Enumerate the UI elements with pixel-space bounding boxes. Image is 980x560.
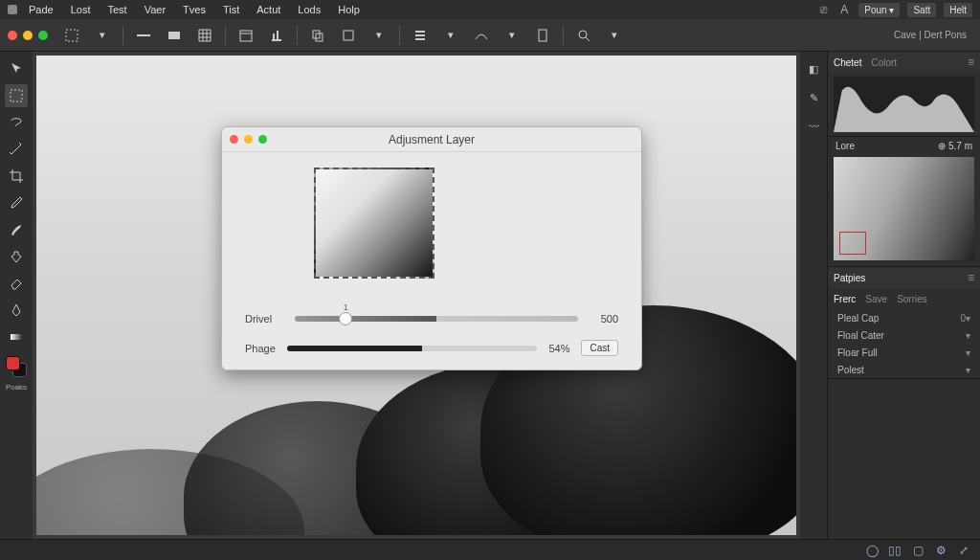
properties-subtab[interactable]: Sorries bbox=[897, 294, 927, 304]
svg-rect-3 bbox=[240, 31, 252, 41]
panel-menu-icon[interactable]: ≡ bbox=[968, 271, 974, 284]
phage-progress bbox=[287, 346, 538, 351]
status-bar: ◯ ▯▯ ▢ ⚙ ⤢ bbox=[0, 539, 980, 560]
curve-icon[interactable] bbox=[471, 25, 492, 46]
pen-tool-icon[interactable] bbox=[5, 299, 28, 322]
dialog-titlebar[interactable]: Adjusment Layer bbox=[222, 127, 641, 152]
close-icon[interactable] bbox=[8, 31, 17, 40]
dialog-close-icon[interactable] bbox=[230, 135, 238, 144]
eraser-tool-icon[interactable] bbox=[5, 272, 28, 295]
svg-rect-0 bbox=[66, 30, 78, 41]
canvas-area[interactable]: Adjusment Layer Drivel 1 500 Phage bbox=[33, 52, 800, 539]
color-swatch[interactable] bbox=[6, 356, 27, 377]
menu-item[interactable]: Lods bbox=[292, 2, 326, 17]
selection-preview-icon[interactable] bbox=[61, 25, 82, 46]
cast-button[interactable]: Cast bbox=[581, 340, 618, 356]
property-row[interactable]: Floar Full▾ bbox=[828, 344, 980, 361]
options-toolbar: ▾ ▾ ▾ ▾ ▾ Cave | Dert Pons bbox=[0, 19, 980, 52]
navigator-panel: Lore ⊕ 5.7 m bbox=[828, 137, 980, 267]
arrow-down-icon[interactable]: ▾ bbox=[440, 25, 461, 46]
workspace-button[interactable]: Satt bbox=[907, 3, 936, 17]
minimize-icon[interactable] bbox=[23, 31, 33, 40]
property-row[interactable]: Floal Cater▾ bbox=[828, 326, 980, 344]
brush-presets-icon[interactable]: 〰 bbox=[806, 119, 821, 134]
brush-tool-icon[interactable] bbox=[5, 218, 28, 241]
menu-item[interactable]: Actut bbox=[251, 2, 286, 17]
drive-slider[interactable]: 1 bbox=[295, 316, 578, 322]
fill-swatch-icon[interactable] bbox=[164, 25, 185, 46]
slider-tick: 1 bbox=[344, 302, 348, 312]
sync-status-icon[interactable]: ◯ bbox=[865, 544, 879, 557]
wand-tool-icon[interactable] bbox=[5, 138, 28, 161]
user-icon[interactable]: ⎚ bbox=[816, 3, 830, 16]
histogram-display bbox=[834, 77, 974, 132]
menu-item[interactable]: Tist bbox=[217, 2, 245, 17]
svg-rect-12 bbox=[11, 334, 22, 340]
document-icon[interactable] bbox=[532, 25, 553, 46]
arrow-down-icon[interactable]: ▾ bbox=[501, 25, 523, 46]
chevron-down-icon: ▾ bbox=[966, 365, 970, 375]
properties-panel: Patpies ≡ Frerc Save Sorries Pleal Cap0▾… bbox=[828, 267, 980, 379]
navigator-view-rect[interactable] bbox=[839, 232, 866, 255]
eyedropper-icon[interactable]: ✎ bbox=[806, 90, 821, 105]
zoom-icon[interactable] bbox=[38, 31, 48, 40]
lasso-tool-icon[interactable] bbox=[5, 111, 28, 134]
crop-icon[interactable] bbox=[338, 25, 359, 46]
menu-bar: Pade Lost Test Vaer Tves Tist Actut Lods… bbox=[0, 0, 980, 19]
histogram-panel: Chetet Colort ≡ bbox=[828, 52, 980, 137]
crop-tool-icon[interactable] bbox=[5, 165, 28, 188]
property-row[interactable]: Pleal Cap0▾ bbox=[828, 309, 980, 326]
menu-item[interactable]: Vaer bbox=[139, 2, 171, 17]
adjustment-preview bbox=[314, 168, 434, 279]
move-tool-icon[interactable] bbox=[5, 57, 28, 80]
list-icon[interactable] bbox=[410, 25, 431, 46]
eyedropper-tool-icon[interactable] bbox=[5, 191, 28, 214]
sync-icon[interactable]: A bbox=[837, 3, 851, 16]
workspace-dropdown[interactable]: Poun ▾ bbox=[858, 3, 900, 17]
tab-histogram[interactable]: Chetet bbox=[834, 57, 861, 68]
tab-properties[interactable]: Patpies bbox=[834, 273, 865, 283]
phage-progress-bar bbox=[287, 346, 422, 351]
histogram-icon[interactable]: ◧ bbox=[806, 61, 821, 77]
menu-item[interactable]: Test bbox=[102, 2, 133, 17]
svg-rect-7 bbox=[344, 31, 353, 40]
calendar-icon[interactable] bbox=[235, 25, 256, 46]
copy-icon[interactable] bbox=[307, 25, 328, 46]
help-button[interactable]: Helt bbox=[944, 3, 972, 17]
properties-subtab[interactable]: Save bbox=[865, 294, 887, 304]
align-icon[interactable] bbox=[266, 25, 287, 46]
grid-icon[interactable] bbox=[194, 25, 215, 46]
expand-icon[interactable]: ⤢ bbox=[957, 544, 970, 557]
svg-rect-11 bbox=[11, 90, 22, 101]
document-info-label: Cave | Dert Pons bbox=[894, 30, 967, 40]
marquee-tool-icon[interactable] bbox=[5, 84, 28, 107]
clone-tool-icon[interactable] bbox=[5, 245, 28, 268]
dialog-minimize-icon[interactable] bbox=[244, 135, 253, 144]
arrow-down-icon[interactable]: ▾ bbox=[604, 25, 625, 46]
menu-item[interactable]: Pade bbox=[23, 2, 59, 17]
property-row[interactable]: Polest▾ bbox=[828, 361, 980, 378]
window-traffic-lights[interactable] bbox=[8, 31, 48, 40]
gear-icon[interactable]: ⚙ bbox=[934, 544, 947, 557]
arrow-down-icon[interactable]: ▾ bbox=[368, 25, 390, 46]
navigator-thumbnail[interactable] bbox=[834, 157, 974, 260]
tab-color[interactable]: Colort bbox=[871, 57, 897, 68]
search-icon[interactable] bbox=[573, 25, 594, 46]
dialog-zoom-icon[interactable] bbox=[258, 135, 267, 144]
slider-thumb[interactable] bbox=[339, 312, 352, 325]
menu-item[interactable]: Holp bbox=[332, 2, 366, 17]
panel-menu-icon[interactable]: ≡ bbox=[968, 56, 974, 69]
navigator-title: Lore bbox=[835, 141, 855, 151]
menu-item[interactable]: Lost bbox=[65, 2, 97, 17]
arrow-down-icon[interactable]: ▾ bbox=[92, 25, 113, 46]
layout-icon[interactable]: ▯▯ bbox=[888, 544, 902, 557]
dialog-title: Adjusment Layer bbox=[222, 133, 641, 146]
line-weight-icon[interactable] bbox=[133, 25, 154, 46]
gradient-tool-icon[interactable] bbox=[5, 325, 28, 348]
svg-point-9 bbox=[579, 31, 587, 38]
chevron-down-icon: ▾ bbox=[966, 347, 970, 358]
adjustment-layer-dialog: Adjusment Layer Drivel 1 500 Phage bbox=[221, 126, 642, 370]
properties-subtab[interactable]: Frerc bbox=[834, 294, 856, 304]
preview-mode-icon[interactable]: ▢ bbox=[911, 544, 924, 557]
menu-item[interactable]: Tves bbox=[177, 2, 212, 17]
